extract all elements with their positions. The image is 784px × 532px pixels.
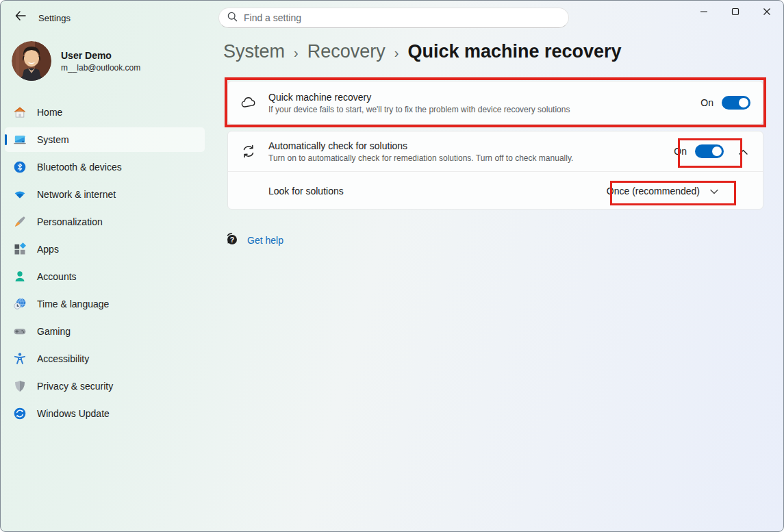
home-icon: [13, 105, 27, 119]
setting-title: Quick machine recovery: [268, 92, 570, 103]
update-icon: [13, 407, 27, 420]
sidebar-item-update[interactable]: Windows Update: [5, 401, 205, 426]
personalization-icon: [13, 215, 27, 229]
sidebar-item-system[interactable]: System: [5, 127, 205, 152]
sidebar-item-label: Gaming: [37, 326, 71, 337]
window-controls: [688, 1, 783, 24]
sidebar-item-label: Accessibility: [37, 353, 89, 364]
close-icon: [763, 6, 771, 18]
sidebar-item-label: Home: [37, 107, 62, 118]
sidebar-nav: HomeSystemBluetooth & devicesNetwork & i…: [5, 100, 205, 429]
cloud-icon: [240, 95, 257, 110]
toggle-state-label: On: [700, 97, 713, 108]
quick-recovery-card: Quick machine recovery If your device fa…: [227, 81, 763, 125]
chevron-up-icon: [739, 145, 748, 157]
gaming-icon: [13, 325, 27, 338]
sidebar-item-label: Windows Update: [37, 408, 110, 419]
profile-name: User Demo: [61, 50, 112, 61]
svg-text:?: ?: [230, 236, 234, 244]
close-button[interactable]: [751, 1, 783, 24]
sidebar-item-gaming[interactable]: Gaming: [5, 319, 205, 344]
auto-check-card: Automatically check for solutions Turn o…: [227, 131, 763, 210]
get-help-row: ? Get help: [225, 232, 283, 249]
network-icon: [13, 188, 27, 201]
back-arrow-icon: [15, 11, 26, 23]
privacy-icon: [13, 379, 27, 393]
sidebar-item-privacy[interactable]: Privacy & security: [5, 374, 205, 398]
search-input[interactable]: [244, 12, 560, 23]
accounts-icon: [13, 270, 27, 283]
search-box[interactable]: [218, 8, 569, 28]
maximize-button[interactable]: [720, 1, 751, 24]
look-for-solutions-dropdown[interactable]: Once (recommended): [607, 185, 718, 197]
breadcrumb-system[interactable]: System: [223, 41, 285, 62]
setting-description: Turn on to automatically check for remed…: [268, 153, 573, 163]
maximize-icon: [731, 6, 739, 18]
sidebar-item-label: Privacy & security: [37, 381, 113, 392]
sync-icon: [240, 143, 257, 160]
setting-label: Look for solutions: [268, 186, 344, 197]
sidebar-item-accounts[interactable]: Accounts: [5, 264, 205, 289]
sidebar-item-label: Personalization: [37, 216, 103, 227]
accessibility-icon: [13, 352, 27, 366]
settings-window: Settings: [0, 0, 784, 532]
avatar[interactable]: [12, 41, 51, 81]
window-title: Settings: [38, 13, 71, 23]
sidebar-item-label: Apps: [37, 244, 59, 255]
toggle-state-label: On: [674, 146, 687, 157]
quick-recovery-toggle[interactable]: [722, 96, 750, 110]
minimize-button[interactable]: [688, 1, 720, 24]
chevron-right-icon: ›: [294, 43, 299, 61]
sidebar-item-bluetooth[interactable]: Bluetooth & devices: [5, 155, 205, 179]
page-title: Quick machine recovery: [407, 41, 621, 62]
setting-description: If your device fails to start, we'll try…: [268, 105, 570, 114]
apps-icon: [13, 242, 27, 256]
breadcrumb: System › Recovery › Quick machine recove…: [223, 41, 622, 62]
sidebar-item-personalization[interactable]: Personalization: [5, 210, 205, 234]
chevron-right-icon: ›: [394, 43, 399, 61]
sidebar-item-apps[interactable]: Apps: [5, 237, 205, 262]
setting-title: Automatically check for solutions: [268, 140, 573, 151]
breadcrumb-recovery[interactable]: Recovery: [307, 41, 385, 62]
sidebar-item-label: Time & language: [37, 299, 109, 309]
sidebar-item-label: Bluetooth & devices: [37, 162, 122, 173]
back-button[interactable]: [10, 10, 31, 25]
time-icon: [13, 297, 27, 311]
get-help-link[interactable]: Get help: [247, 235, 283, 246]
sidebar-item-home[interactable]: Home: [5, 100, 205, 125]
sidebar-item-time[interactable]: Time & language: [5, 292, 205, 316]
sidebar-item-label: Network & internet: [37, 189, 116, 200]
auto-check-toggle[interactable]: [695, 144, 724, 158]
bluetooth-icon: [13, 160, 27, 174]
help-icon: ?: [225, 232, 238, 249]
dropdown-value: Once (recommended): [607, 186, 700, 197]
minimize-icon: [700, 6, 708, 18]
chevron-down-icon: [710, 185, 718, 197]
selected-indicator: [5, 134, 7, 145]
search-icon: [227, 12, 238, 25]
sidebar-item-label: System: [37, 134, 69, 145]
sidebar-item-label: Accounts: [37, 271, 77, 282]
collapse-button[interactable]: [735, 144, 750, 159]
sidebar-item-network[interactable]: Network & internet: [5, 182, 205, 207]
profile-email: m__lab@outlook.com: [61, 63, 140, 73]
sidebar-item-accessibility[interactable]: Accessibility: [5, 346, 205, 371]
system-icon: [13, 133, 27, 147]
